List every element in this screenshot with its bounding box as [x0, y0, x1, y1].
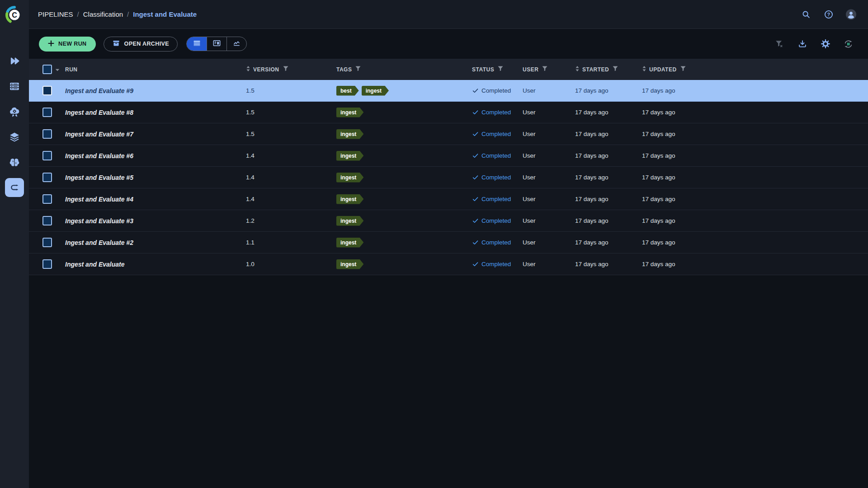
clearml-logo[interactable]: C: [5, 5, 24, 26]
runs-table-header: RUN VERSION TAGS STATUS: [29, 59, 868, 80]
table-row[interactable]: Ingest and Evaluate #71.5ingestCompleted…: [29, 123, 868, 145]
select-menu-caret-icon[interactable]: [55, 66, 60, 73]
filter-funnel-icon[interactable]: [355, 66, 361, 73]
table-row[interactable]: Ingest and Evaluate #31.2ingestCompleted…: [29, 210, 868, 232]
table-row[interactable]: Ingest and Evaluate #61.4ingestCompleted…: [29, 145, 868, 167]
run-version: 1.5: [242, 109, 333, 116]
run-name-link[interactable]: Ingest and Evaluate #9: [65, 87, 133, 94]
table-view-button[interactable]: [187, 37, 207, 51]
run-tags: ingest: [333, 129, 468, 139]
search-icon[interactable]: [801, 9, 811, 19]
row-checkbox[interactable]: [42, 151, 52, 160]
row-checkbox[interactable]: [42, 86, 52, 95]
run-name-link[interactable]: Ingest and Evaluate #7: [65, 131, 133, 138]
column-label-version: VERSION: [253, 66, 279, 73]
select-all-checkbox[interactable]: [42, 65, 52, 74]
pipelines-icon: [9, 182, 20, 193]
row-checkbox[interactable]: [42, 216, 52, 225]
download-icon[interactable]: [797, 39, 807, 49]
run-tags: ingest: [333, 151, 468, 161]
table-row[interactable]: Ingest and Evaluate #41.4ingestCompleted…: [29, 188, 868, 210]
run-name-cell: Ingest and Evaluate #3: [61, 217, 242, 225]
breadcrumb-section[interactable]: PIPELINES: [38, 10, 73, 18]
filter-funnel-icon[interactable]: [680, 66, 686, 73]
run-status-label: Completed: [481, 174, 511, 181]
help-icon[interactable]: ?: [823, 9, 834, 19]
column-header-updated[interactable]: UPDATED: [638, 59, 868, 80]
sidebar-item-workers-queues[interactable]: [5, 77, 24, 96]
archive-icon: [112, 39, 120, 49]
run-name-link[interactable]: Ingest and Evaluate #6: [65, 152, 133, 160]
sort-icon[interactable]: [575, 66, 580, 73]
sidebar-item-pipelines[interactable]: [5, 178, 24, 197]
run-started: 17 days ago: [571, 174, 638, 181]
row-checkbox[interactable]: [42, 259, 52, 269]
sidebar-item-data-processing[interactable]: [5, 102, 24, 121]
filter-funnel-icon[interactable]: [613, 66, 618, 73]
run-status-label: Completed: [481, 87, 511, 94]
row-checkbox[interactable]: [42, 108, 52, 117]
detail-view-button[interactable]: [207, 37, 226, 51]
auto-refresh-icon[interactable]: [843, 39, 854, 49]
completed-check-icon: [472, 261, 479, 267]
breadcrumb-separator: /: [127, 10, 129, 18]
filter-funnel-icon[interactable]: [542, 66, 547, 73]
row-checkbox[interactable]: [42, 173, 52, 182]
breadcrumb-project[interactable]: Classification: [83, 10, 123, 18]
filter-funnel-icon[interactable]: [498, 66, 503, 73]
run-name-link[interactable]: Ingest and Evaluate #3: [65, 217, 133, 225]
column-header-version[interactable]: VERSION: [242, 59, 333, 80]
completed-check-icon: [472, 87, 479, 94]
open-archive-button[interactable]: OPEN ARCHIVE: [104, 37, 178, 52]
row-checkbox[interactable]: [42, 194, 52, 204]
run-name-link[interactable]: Ingest and Evaluate #5: [65, 174, 133, 181]
row-checkbox[interactable]: [42, 129, 52, 139]
view-mode-switch: [186, 37, 247, 51]
sidebar-item-datasets[interactable]: [5, 127, 24, 146]
column-label-started: STARTED: [582, 66, 609, 73]
sidebar-item-models[interactable]: [5, 153, 24, 172]
table-row[interactable]: Ingest and Evaluate #21.1ingestCompleted…: [29, 232, 868, 253]
new-run-button[interactable]: NEW RUN: [39, 37, 96, 52]
sidebar-item-projects[interactable]: [5, 52, 24, 70]
run-updated: 17 days ago: [638, 152, 868, 159]
column-label-updated: UPDATED: [649, 66, 677, 73]
run-started: 17 days ago: [571, 87, 638, 94]
run-name-link[interactable]: Ingest and Evaluate #2: [65, 239, 133, 246]
run-tags: ingest: [333, 173, 468, 183]
column-header-tags[interactable]: TAGS: [333, 59, 468, 80]
filter-funnel-icon[interactable]: [283, 66, 288, 73]
sort-icon[interactable]: [642, 66, 646, 73]
tag-badge: ingest: [336, 151, 363, 161]
metrics-view-button[interactable]: [226, 37, 246, 51]
settings-gear-icon[interactable]: [820, 39, 830, 49]
run-status-label: Completed: [481, 239, 511, 246]
svg-text:?: ?: [827, 11, 830, 17]
column-header-status[interactable]: STATUS: [468, 59, 519, 80]
run-name-link[interactable]: Ingest and Evaluate #4: [65, 196, 133, 203]
column-header-started[interactable]: STARTED: [571, 59, 638, 80]
table-row[interactable]: Ingest and Evaluate1.0ingestCompletedUse…: [29, 253, 868, 275]
clear-filters-icon[interactable]: [774, 39, 784, 49]
run-status: Completed: [468, 174, 519, 181]
run-status: Completed: [468, 261, 519, 267]
tag-badge: ingest: [336, 194, 363, 204]
sort-icon[interactable]: [246, 66, 250, 73]
projects-icon: [9, 55, 20, 67]
row-checkbox[interactable]: [42, 238, 52, 247]
column-label-user: USER: [523, 66, 538, 73]
run-updated: 17 days ago: [638, 217, 868, 224]
table-row[interactable]: Ingest and Evaluate #91.5bestingestCompl…: [29, 80, 868, 102]
table-row[interactable]: Ingest and Evaluate #51.4ingestCompleted…: [29, 167, 868, 188]
column-header-user[interactable]: USER: [519, 59, 571, 80]
run-name-link[interactable]: Ingest and Evaluate #8: [65, 109, 133, 116]
column-label-status: STATUS: [472, 66, 494, 73]
run-version: 1.4: [242, 196, 333, 202]
run-updated: 17 days ago: [638, 239, 868, 246]
column-label-run: RUN: [65, 66, 78, 73]
row-select-cell: [29, 108, 61, 117]
user-avatar[interactable]: [846, 9, 856, 19]
run-name-link[interactable]: Ingest and Evaluate: [65, 261, 124, 268]
table-row[interactable]: Ingest and Evaluate #81.5ingestCompleted…: [29, 102, 868, 123]
run-tags: ingest: [333, 108, 468, 117]
